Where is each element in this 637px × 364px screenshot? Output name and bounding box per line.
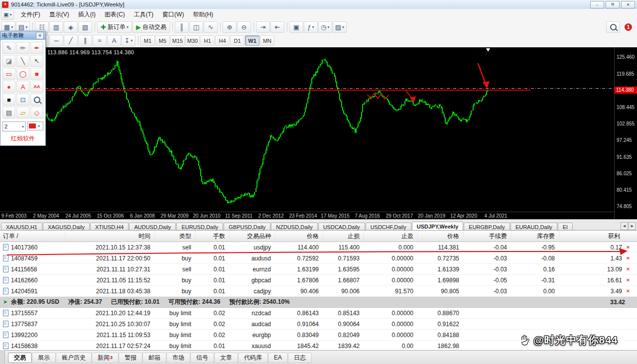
pointer-panel-titlebar[interactable]: 电子教鞭 ✕ bbox=[0, 31, 45, 40]
autotrading-button[interactable]: ▶自动交易 bbox=[132, 21, 170, 33]
pointer-panel-close-button[interactable]: ✕ bbox=[36, 32, 44, 39]
menu-item-1[interactable]: 显示(V) bbox=[45, 9, 74, 20]
candlestick-chart[interactable] bbox=[0, 47, 614, 212]
indicators-button[interactable]: ƒ▾ bbox=[304, 21, 318, 33]
zoom-out-button[interactable]: ⊖ bbox=[237, 21, 251, 33]
search-button[interactable] bbox=[606, 21, 620, 33]
timeframe-m30[interactable]: M30 bbox=[185, 35, 200, 46]
zoom-icon[interactable] bbox=[30, 94, 43, 106]
terminal-tab-8[interactable]: 文章 bbox=[214, 353, 238, 363]
zoom-in-button[interactable]: ⊕ bbox=[223, 21, 237, 33]
pencil-icon[interactable]: ✎ bbox=[2, 42, 15, 54]
column-header-7[interactable]: 止盈 bbox=[364, 231, 417, 242]
close-order-button[interactable]: ✕ bbox=[622, 277, 634, 283]
chart-area[interactable]: 113.886 114.969 113.754 114.380 9 Feb 20… bbox=[0, 47, 614, 219]
text-aa-icon[interactable]: AA bbox=[30, 81, 43, 93]
date-axis[interactable]: 9 Feb 20032 May 200424 Jul 200515 Oct 20… bbox=[0, 212, 614, 220]
menu-item-5[interactable]: 窗口(W) bbox=[158, 9, 188, 20]
order-row[interactable]: 142045912021.11.18 03:45:38buy0.01cadjpy… bbox=[0, 286, 637, 297]
order-row[interactable]: 140874592021.11.17 22:00:50buy0.01audusd… bbox=[0, 253, 637, 264]
tab-scroll-right-button[interactable]: ▶ bbox=[629, 222, 636, 230]
trendline-button[interactable]: ╱ bbox=[64, 35, 78, 46]
line-icon[interactable]: ╲ bbox=[16, 55, 29, 67]
pen-icon[interactable]: ✏ bbox=[16, 42, 29, 54]
menu-item-6[interactable]: 帮助(H) bbox=[188, 9, 218, 20]
text-label-button[interactable]: A bbox=[107, 35, 121, 46]
marker-icon[interactable]: ✒ bbox=[30, 42, 43, 54]
horizontal-line-button[interactable]: ─ bbox=[49, 35, 63, 46]
terminal-tab-0[interactable]: 交易 bbox=[8, 353, 32, 363]
order-row[interactable]: 141626602021.11.05 11:15:52buy0.01gbpcad… bbox=[0, 275, 637, 286]
menu-item-0[interactable]: 文件(F) bbox=[16, 9, 44, 20]
text-a-icon[interactable]: A bbox=[16, 81, 29, 93]
arrows-button[interactable]: ↧▾ bbox=[122, 35, 135, 46]
column-header-0[interactable]: 订单 / bbox=[0, 231, 65, 242]
timeframe-mn[interactable]: MN bbox=[260, 35, 274, 46]
terminal-tab-2[interactable]: 账户历史 bbox=[56, 353, 92, 363]
rectangle-icon[interactable]: ▭ bbox=[2, 68, 15, 80]
templates-button[interactable]: ▨▾ bbox=[333, 21, 347, 33]
timeframe-h4[interactable]: H4 bbox=[215, 35, 230, 46]
column-header-6[interactable]: 止损 bbox=[323, 231, 364, 242]
chart-line-button[interactable]: ∿ bbox=[204, 21, 218, 33]
close-button[interactable]: ✕ bbox=[621, 1, 635, 8]
column-header-11[interactable]: 获利 bbox=[559, 231, 637, 242]
timeframe-w1[interactable]: W1 bbox=[245, 35, 259, 46]
ellipse-icon[interactable]: ◯ bbox=[16, 68, 29, 80]
order-row[interactable]: 140173602021.10.15 12:37:38sell0.01usdjp… bbox=[0, 242, 637, 253]
tile-windows-button[interactable]: ▣ bbox=[289, 21, 303, 33]
auto-scroll-button[interactable]: ⇥ bbox=[256, 21, 270, 33]
color-swatch-button[interactable]: ▾ bbox=[27, 121, 43, 130]
terminal-side-grip[interactable] bbox=[0, 350, 5, 364]
column-header-4[interactable]: 交易品种 bbox=[229, 231, 275, 242]
column-header-10[interactable]: 库存费 bbox=[511, 231, 559, 242]
line-width-select[interactable]: 2 ▾ bbox=[2, 121, 26, 131]
channel-button[interactable]: ∥ bbox=[78, 35, 92, 46]
terminal-tab-9[interactable]: 代码库 bbox=[238, 353, 268, 363]
screenshot-icon[interactable]: ⊡ bbox=[16, 94, 29, 106]
navigator-button[interactable]: ◈ bbox=[64, 21, 78, 33]
price-axis[interactable]: 114.380 125.460119.685108.445102.85597.2… bbox=[614, 47, 637, 219]
data-window-button[interactable]: ▥ bbox=[49, 21, 63, 33]
new-order-button[interactable]: ✚新订单▾ bbox=[97, 21, 132, 33]
order-row[interactable]: 141586382021.11.17 02:57:24buy limit0.01… bbox=[0, 341, 637, 351]
timeframe-h1[interactable]: H1 bbox=[200, 35, 215, 46]
column-header-1[interactable]: 时间 bbox=[65, 231, 154, 242]
terminal-tab-7[interactable]: 信号 bbox=[190, 353, 214, 363]
order-row[interactable]: 137758372021.10.25 10:30:07buy limit0.02… bbox=[0, 319, 637, 330]
timeframe-m5[interactable]: M5 bbox=[155, 35, 170, 46]
close-order-button[interactable]: ✕ bbox=[622, 255, 634, 261]
fibonacci-button[interactable]: ≈ bbox=[93, 35, 107, 46]
column-header-2[interactable]: 类型 bbox=[154, 231, 195, 242]
periods-button[interactable]: ◷▾ bbox=[318, 21, 332, 33]
chart-candles-button[interactable]: ◫ bbox=[189, 21, 203, 33]
chart-shift-button[interactable]: ⇤ bbox=[270, 21, 284, 33]
tab-scroll-left-button[interactable]: ◀ bbox=[621, 222, 628, 230]
chart-bars-button[interactable]: ║ bbox=[175, 21, 189, 33]
restore-button[interactable]: ⧉ bbox=[606, 1, 620, 8]
column-header-5[interactable]: 价格 bbox=[275, 231, 323, 242]
terminal-tab-10[interactable]: EA bbox=[268, 353, 288, 363]
terminal-tab-1[interactable]: 展示 bbox=[32, 353, 56, 363]
filled-circle-icon[interactable]: ● bbox=[2, 81, 15, 93]
order-row[interactable]: 139922002021.11.15 11:09:53buy limit0.02… bbox=[0, 330, 637, 341]
order-row[interactable]: 137155572021.10.20 12:44:19buy limit0.02… bbox=[0, 308, 637, 319]
terminal-tab-6[interactable]: 市场 bbox=[166, 353, 190, 363]
diamond-icon[interactable]: ◇ bbox=[30, 107, 43, 119]
filled-rectangle-icon[interactable]: ■ bbox=[30, 68, 43, 80]
column-header-3[interactable]: 手数 bbox=[195, 231, 229, 242]
order-row[interactable]: 141156582021.11.11 10:27:31sell0.01eurnz… bbox=[0, 264, 637, 275]
close-order-button[interactable]: ✕ bbox=[622, 266, 634, 272]
column-header-8[interactable]: 价格 bbox=[417, 231, 463, 242]
column-header-9[interactable]: 手续费 bbox=[463, 231, 511, 242]
arrow-icon[interactable]: ↖ bbox=[30, 55, 43, 67]
menu-item-3[interactable]: 图表(C) bbox=[100, 9, 129, 20]
minimize-button[interactable]: – bbox=[590, 1, 604, 8]
terminal-panel-button[interactable]: ▧ bbox=[78, 21, 92, 33]
eraser-icon[interactable]: ◪ bbox=[2, 55, 15, 67]
mdi-window-menu-button[interactable]: ▣ ▾ bbox=[1, 10, 14, 20]
save-icon[interactable]: ▤ bbox=[2, 107, 15, 119]
timeframe-m1[interactable]: M1 bbox=[140, 35, 155, 46]
close-order-button[interactable]: ✕ bbox=[622, 244, 634, 250]
terminal-tab-3[interactable]: 新闻3 bbox=[92, 353, 119, 363]
